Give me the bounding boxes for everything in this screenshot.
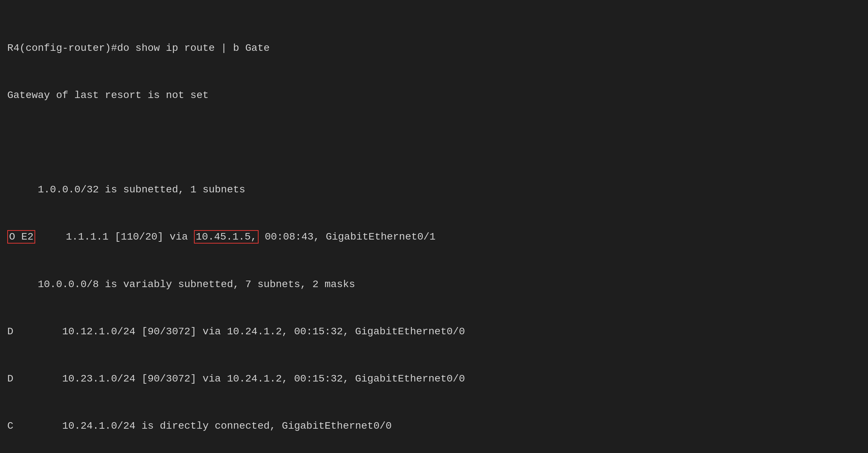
line-4: 1.0.0.0/32 is subnetted, 1 subnets [7, 182, 861, 197]
line5-suffix: 00:08:43, GigabitEthernet0/1 [259, 231, 435, 242]
line-7: D 10.12.1.0/24 [90/3072] via 10.24.1.2, … [7, 324, 861, 339]
line-9: C 10.24.1.0/24 is directly connected, Gi… [7, 418, 861, 434]
ip-highlight: 10.45.1.5, [194, 230, 259, 244]
line-1: R4(config-router)#do show ip route | b G… [7, 40, 861, 56]
oe2-badge: O E2 [7, 230, 35, 244]
line5-text: 1.1.1.1 [110/20] via [35, 231, 194, 242]
line-8: D 10.23.1.0/24 [90/3072] via 10.24.1.2, … [7, 371, 861, 387]
line-5-oe2: O E2 1.1.1.1 [110/20] via 10.45.1.5, 00:… [7, 229, 861, 245]
line-6: 10.0.0.0/8 is variably subnetted, 7 subn… [7, 277, 861, 292]
line-3 [7, 135, 861, 150]
line-2: Gateway of last resort is not set [7, 87, 861, 103]
terminal-output: R4(config-router)#do show ip route | b G… [7, 9, 861, 453]
